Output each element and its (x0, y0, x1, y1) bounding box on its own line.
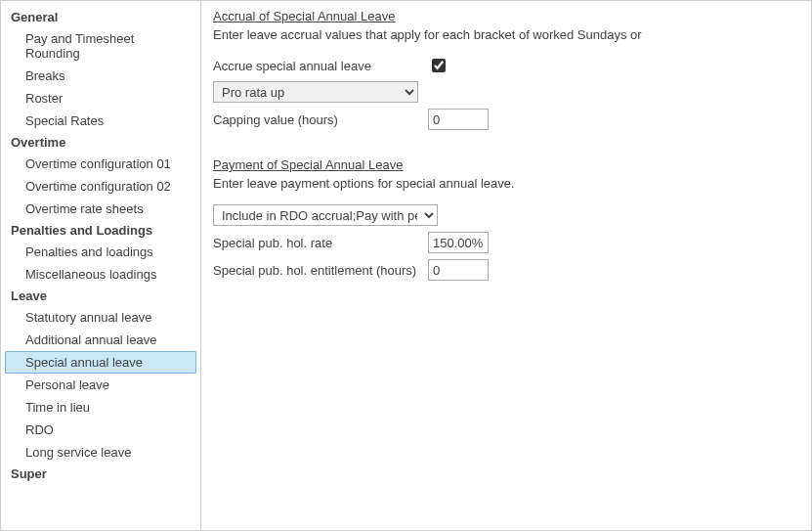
section-general: General (5, 7, 196, 27)
rate-input[interactable] (428, 232, 489, 253)
nav-additional-annual-leave[interactable]: Additional annual leave (5, 329, 196, 351)
nav-personal-leave[interactable]: Personal leave (5, 374, 196, 396)
nav-misc-loadings[interactable]: Miscellaneous loadings (5, 263, 196, 286)
nav-special-annual-leave[interactable]: Special annual leave (5, 351, 196, 374)
entitlement-input[interactable] (428, 259, 489, 281)
nav-breaks[interactable]: Breaks (5, 65, 196, 87)
section-overtime: Overtime (5, 132, 196, 153)
section-penalties-loadings: Penalties and Loadings (5, 220, 196, 241)
nav-overtime-config-01[interactable]: Overtime configuration 01 (5, 153, 196, 175)
capping-input[interactable] (428, 109, 489, 130)
rate-label: Special pub. hol. rate (213, 236, 428, 250)
nav-statutory-annual-leave[interactable]: Statutory annual leave (5, 306, 196, 329)
accrual-desc: Enter leave accrual values that apply fo… (213, 27, 799, 42)
accrue-label: Accrue special annual leave (213, 59, 428, 73)
section-super: Super (5, 464, 196, 484)
nav-rdo[interactable]: RDO (5, 419, 196, 441)
payment-desc: Enter leave payment options for special … (213, 176, 799, 191)
settings-window: General Pay and Timesheet Rounding Break… (0, 0, 812, 531)
accrual-method-select[interactable]: Pro rata up (213, 81, 418, 103)
accrual-title: Accrual of Special Annual Leave (213, 9, 799, 23)
section-leave: Leave (5, 286, 196, 306)
nav-special-rates[interactable]: Special Rates (5, 110, 196, 132)
accrue-checkbox[interactable] (432, 59, 446, 72)
main-panel: Accrual of Special Annual Leave Enter le… (201, 1, 811, 530)
sidebar: General Pay and Timesheet Rounding Break… (1, 1, 201, 530)
payment-title: Payment of Special Annual Leave (213, 157, 799, 172)
nav-roster[interactable]: Roster (5, 87, 196, 110)
payment-options-select[interactable]: Include in RDO accrual;Pay with penaltie… (213, 204, 438, 226)
nav-overtime-rate-sheets[interactable]: Overtime rate sheets (5, 198, 196, 220)
nav-time-in-lieu[interactable]: Time in lieu (5, 396, 196, 419)
nav-overtime-config-02[interactable]: Overtime configuration 02 (5, 175, 196, 198)
nav-long-service-leave[interactable]: Long service leave (5, 441, 196, 464)
entitlement-label: Special pub. hol. entitlement (hours) (213, 263, 428, 278)
nav-penalties-loadings[interactable]: Penalties and loadings (5, 241, 196, 263)
capping-label: Capping value (hours) (213, 112, 428, 127)
nav-pay-timesheet-rounding[interactable]: Pay and Timesheet Rounding (5, 27, 196, 65)
